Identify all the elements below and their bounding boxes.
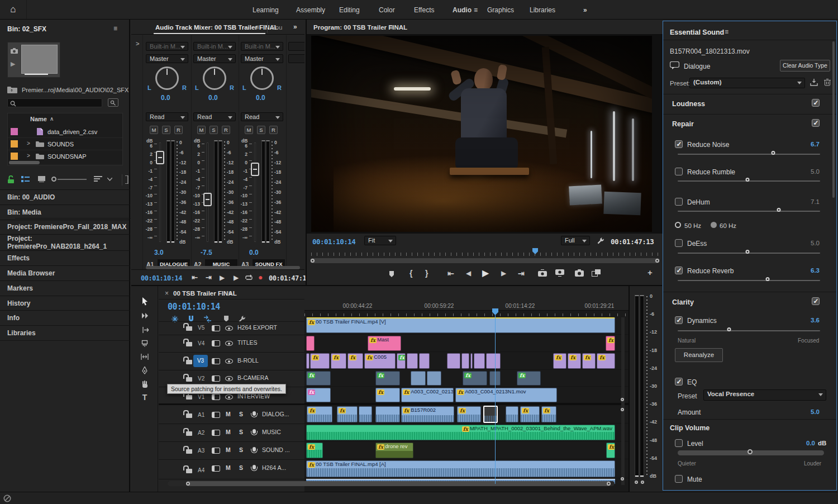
track-name-a3[interactable]: SOUND ... <box>262 446 290 453</box>
list-item[interactable]: > SOUNDS <box>8 138 122 150</box>
lock-icon[interactable] <box>186 342 192 346</box>
folder-up-icon[interactable] <box>7 86 17 93</box>
fader-value[interactable]: 3.0 <box>154 249 164 256</box>
export-frame-icon[interactable] <box>575 269 584 277</box>
pan-value[interactable]: 0.0 <box>208 94 218 102</box>
fader-handle[interactable] <box>203 193 212 206</box>
clip[interactable]: fx <box>307 406 332 422</box>
input-select[interactable]: Built-in M... <box>193 42 236 51</box>
add-marker-icon[interactable] <box>389 270 394 278</box>
clip[interactable]: fx <box>310 353 330 369</box>
track-solo-button[interactable]: S <box>239 411 243 417</box>
lock-icon[interactable] <box>186 469 192 473</box>
deess-slider[interactable] <box>678 253 820 254</box>
input-select[interactable]: Built-in M... <box>146 42 188 51</box>
fader-handle[interactable] <box>156 151 164 164</box>
reduce-rumble-slider[interactable] <box>678 180 820 182</box>
selection-tool[interactable] <box>139 296 150 306</box>
new-bin-icon[interactable] <box>125 175 128 184</box>
lock-icon[interactable] <box>186 449 192 454</box>
tab-effects[interactable]: Effects <box>414 6 434 14</box>
mixer-panel-menu-icon[interactable]: ≡ <box>255 23 259 31</box>
name-column-header[interactable]: Name <box>30 116 47 122</box>
track-name-v2[interactable]: B-CAMERA <box>237 374 268 381</box>
type-tool[interactable]: T <box>139 392 150 402</box>
ripple-edit-tool[interactable] <box>139 325 150 335</box>
track-output-eye-icon[interactable] <box>225 394 233 400</box>
settings-wrench-icon[interactable] <box>597 237 604 245</box>
level-value[interactable]: 0.0 <box>806 440 815 446</box>
pan-value[interactable]: 0.0 <box>256 94 265 102</box>
bin-path[interactable]: Premier...roj\Media\00_AUDIO\02_SFX <box>22 87 128 93</box>
clip[interactable] <box>359 406 372 422</box>
clarity-checkbox[interactable] <box>812 297 820 305</box>
clip[interactable]: fx <box>520 406 540 422</box>
timeline-h-scrollbar[interactable] <box>168 481 615 486</box>
pan-knob[interactable] <box>155 66 179 90</box>
slider-handle[interactable] <box>777 208 781 212</box>
fader-track[interactable] <box>254 142 256 242</box>
panel-tab[interactable]: Bin: Media <box>0 205 130 220</box>
slip-tool[interactable] <box>139 351 150 362</box>
disclosure-icon[interactable]: > <box>27 140 30 146</box>
solo-button[interactable]: S <box>210 126 218 134</box>
clip[interactable]: fx <box>397 353 406 369</box>
tab-editing[interactable]: Editing <box>339 6 360 14</box>
loop-icon[interactable] <box>245 274 253 281</box>
clear-audio-type-button[interactable]: Clear Audio Type <box>780 60 830 72</box>
source-patch-icon[interactable] <box>212 375 220 382</box>
clarity-section-header[interactable]: Clarity <box>672 298 694 306</box>
scrollbar-handle[interactable] <box>655 259 659 263</box>
source-patch-icon[interactable] <box>212 325 220 331</box>
lock-icon[interactable] <box>186 413 192 418</box>
track-header-a3[interactable]: A3 M S SOUND ... <box>159 442 304 459</box>
program-panel-menu-icon[interactable]: ≡ <box>389 23 393 31</box>
track-name-a4[interactable]: H264 A... <box>262 464 286 471</box>
clip[interactable]: fx <box>347 353 363 369</box>
thumbnail-scrubber[interactable] <box>25 74 48 75</box>
track-header-a1[interactable]: A1 M S DIALOG... <box>159 406 304 423</box>
track-id-a4[interactable]: A4 <box>198 467 204 473</box>
slider-handle[interactable] <box>765 277 769 281</box>
fader-handle[interactable] <box>251 163 259 176</box>
hand-tool[interactable] <box>139 379 150 389</box>
clip-v3-c005[interactable]: fxC005 <box>364 353 396 369</box>
source-patch-icon[interactable] <box>212 358 220 364</box>
goto-out-icon[interactable]: ⇥ <box>518 269 525 278</box>
hz60-radio[interactable] <box>711 222 717 228</box>
zoom-slider-handle[interactable] <box>51 177 56 182</box>
solo-button[interactable]: S <box>257 126 265 134</box>
clip[interactable]: fx <box>337 406 358 422</box>
mark-in-icon[interactable]: { <box>410 269 412 278</box>
es-v-scrollbar[interactable] <box>832 41 835 198</box>
play-icon[interactable]: ▶ <box>220 274 225 282</box>
mixer-next-tab[interactable]: Sou <box>271 24 282 31</box>
level-checkbox[interactable] <box>675 439 683 447</box>
essential-sound-menu-icon[interactable]: ≡ <box>725 28 729 36</box>
timeline-tab[interactable]: 00 TSB Trailer FINAL <box>173 290 237 297</box>
mixer-current-timecode[interactable]: 00:01:10:14 <box>141 274 182 282</box>
record-arm-button[interactable]: R <box>174 126 183 134</box>
source-patch-icon[interactable] <box>212 394 220 400</box>
source-patch-icon[interactable] <box>212 430 220 436</box>
slider-handle[interactable] <box>745 250 749 254</box>
reduce-rumble-checkbox[interactable] <box>675 168 683 175</box>
source-patch-icon[interactable] <box>212 465 220 472</box>
clip[interactable]: fx <box>568 353 581 369</box>
clip-v4-mast[interactable]: fxMast <box>368 336 401 351</box>
label-color-chip[interactable] <box>11 153 18 160</box>
comparison-view-icon[interactable] <box>592 269 601 277</box>
clip[interactable]: fx <box>331 353 346 369</box>
mute-checkbox[interactable] <box>675 475 683 483</box>
scrollbar-thumb[interactable] <box>186 481 611 486</box>
clip-v1-a003-c002[interactable]: fxA003_C002_0213 <box>401 388 454 402</box>
record-icon[interactable]: ● <box>258 273 263 282</box>
tab-color[interactable]: Color <box>379 6 395 14</box>
pan-knob[interactable] <box>250 66 274 90</box>
track-id-a3[interactable]: A3 <box>198 448 204 454</box>
dehum-checkbox[interactable] <box>675 198 683 206</box>
clip[interactable] <box>486 353 501 369</box>
clip-a2-music[interactable]: fxMPATH_MPATH_0002_03001_Behind_the_Wave… <box>306 425 615 440</box>
clip-a1-b157[interactable]: fxB157R002 <box>401 406 454 422</box>
audio-tab-menu-icon[interactable]: ≡ <box>474 6 478 14</box>
